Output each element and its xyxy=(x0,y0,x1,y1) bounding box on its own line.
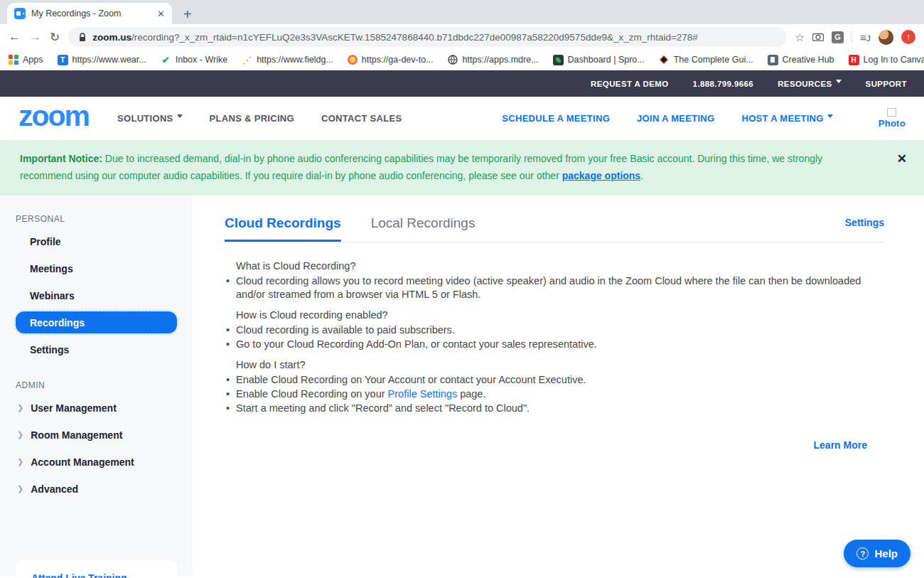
chevron-right-icon: ❯ xyxy=(17,457,23,466)
chrome-profile-avatar[interactable] xyxy=(879,30,893,45)
sidebar: PERSONAL Profile Meetings Webinars Recor… xyxy=(0,196,193,576)
attend-live-training-card[interactable]: Attend Live Training xyxy=(16,560,178,578)
resources-menu[interactable]: RESOURCES xyxy=(778,80,841,88)
zoom-logo[interactable]: zoom xyxy=(18,105,89,128)
chrome-update-menu-icon[interactable]: ↑ xyxy=(901,30,915,44)
sidebar-item-meetings[interactable]: Meetings xyxy=(0,255,193,282)
sidebar-item-settings[interactable]: Settings xyxy=(0,336,193,363)
header-actions: SCHEDULE A MEETING JOIN A MEETING HOST A… xyxy=(502,108,906,129)
zoom-top-bar: REQUEST A DEMO 1.888.799.9666 RESOURCES … xyxy=(0,70,924,97)
learn-more-link[interactable]: Learn More xyxy=(225,439,884,451)
bookmark-item[interactable]: Dashboard | Spro... xyxy=(553,55,645,65)
chevron-right-icon: ❯ xyxy=(17,484,23,493)
reload-icon[interactable]: ↻ xyxy=(50,30,60,45)
recording-settings-link[interactable]: Settings xyxy=(845,217,884,228)
bookmark-item[interactable]: ✔ Inbox - Wrike xyxy=(161,55,227,65)
sidebar-item-user-management[interactable]: ❯User Management xyxy=(0,395,193,422)
bookmark-item[interactable]: Creative Hub xyxy=(768,55,834,65)
browser-tab[interactable]: My Recordings - Zoom ✕ xyxy=(7,3,172,24)
diamond-icon xyxy=(659,55,670,65)
sidebar-item-room-management[interactable]: ❯Room Management xyxy=(0,422,193,449)
bookmark-item[interactable]: https://ga-dev-to... xyxy=(348,55,434,65)
chrome-toolbar-icons: ☆ G ≡ᴊ ↑ xyxy=(795,30,915,45)
sidebar-item-webinars[interactable]: Webinars xyxy=(0,282,193,309)
chevron-down-icon xyxy=(177,114,183,121)
page-body: PERSONAL Profile Meetings Webinars Recor… xyxy=(0,196,924,576)
attend-live-training-link[interactable]: Attend Live Training xyxy=(31,572,127,578)
apps-shortcut[interactable]: Apps xyxy=(9,55,43,65)
bookmarks-bar: Apps T https://www.wear... ✔ Inbox - Wri… xyxy=(0,50,924,70)
bullet-item: Enable Cloud Recording on Your Account o… xyxy=(225,373,879,387)
bookmark-item[interactable]: https://apps.mdre... xyxy=(448,55,539,65)
bullet-item: Cloud recording allows you to record mee… xyxy=(225,274,879,301)
section-heading: How is Cloud recording enabled? xyxy=(236,309,884,322)
gray-doc-icon xyxy=(768,55,778,65)
sidebar-item-account-management[interactable]: ❯Account Management xyxy=(0,449,193,476)
nav-solutions[interactable]: SOLUTIONS xyxy=(117,113,183,124)
tab-close-icon[interactable]: ✕ xyxy=(157,9,165,19)
chevron-right-icon: ❯ xyxy=(17,403,23,412)
notice-banner: Important Notice: Due to increased deman… xyxy=(0,140,924,196)
g-extension-icon[interactable]: G xyxy=(832,31,844,43)
new-tab-button[interactable]: + xyxy=(183,7,192,21)
bullet-item: Go to your Cloud Recording Add-On Plan, … xyxy=(225,338,879,351)
help-button[interactable]: ? Help xyxy=(844,540,910,567)
main-content: Cloud Recordings Local Recordings Settin… xyxy=(193,196,924,576)
sidebar-item-advanced[interactable]: ❯Advanced xyxy=(0,476,193,503)
bookmark-item[interactable]: ⋰ https://www.fieldg... xyxy=(242,55,333,65)
host-meeting-menu[interactable]: HOST A MEETING xyxy=(741,113,832,124)
url-host: zoom.us xyxy=(92,32,131,43)
support-link[interactable]: SUPPORT xyxy=(866,80,907,88)
join-meeting-link[interactable]: JOIN A MEETING xyxy=(637,113,714,124)
tab-title: My Recordings - Zoom xyxy=(31,9,151,18)
url-path: /recording?_x_zm_rtaid=n1cYEFLuQ2e3s3VAs… xyxy=(131,32,698,43)
back-icon[interactable]: ← xyxy=(9,30,21,44)
url-text: zoom.us/recording?_x_zm_rtaid=n1cYEFLuQ2… xyxy=(92,32,698,43)
zoom-favicon-icon xyxy=(14,8,26,19)
bullet-item: Start a meeting and click "Record" and s… xyxy=(225,402,879,415)
camera-extension-icon[interactable] xyxy=(812,32,824,43)
bookmark-item[interactable]: T https://www.wear... xyxy=(58,55,146,65)
bullet-list: Cloud recording allows you to record mee… xyxy=(225,274,884,301)
question-mark-icon: ? xyxy=(856,547,869,560)
tab-cloud-recordings[interactable]: Cloud Recordings xyxy=(225,215,341,242)
address-bar[interactable]: zoom.us/recording?_x_zm_rtaid=n1cYEFLuQ2… xyxy=(68,27,786,47)
chevron-down-icon xyxy=(827,114,833,121)
bookmark-item[interactable]: The Complete Gui... xyxy=(659,55,753,65)
profile-avatar[interactable]: Photo xyxy=(879,108,906,129)
sidebar-item-recordings[interactable]: Recordings xyxy=(0,309,193,336)
bullet-item: Cloud recording is available to paid sub… xyxy=(225,323,879,337)
reading-list-icon[interactable]: ≡ᴊ xyxy=(860,32,871,43)
sprout-icon xyxy=(553,55,564,65)
orange-scribble-icon: ⋰ xyxy=(242,55,252,65)
active-pill: Recordings xyxy=(16,311,177,333)
sidebar-item-profile[interactable]: Profile xyxy=(0,228,193,255)
package-options-link[interactable]: package options xyxy=(562,170,640,181)
green-check-icon: ✔ xyxy=(161,55,171,65)
chevron-right-icon: ❯ xyxy=(17,430,23,439)
nav-plans-pricing[interactable]: PLANS & PRICING xyxy=(210,113,294,124)
bookmark-star-icon[interactable]: ☆ xyxy=(795,32,804,43)
nav-contact-sales[interactable]: CONTACT SALES xyxy=(321,113,402,124)
sidebar-section-personal: PERSONAL xyxy=(0,214,193,224)
schedule-meeting-link[interactable]: SCHEDULE A MEETING xyxy=(502,113,610,124)
canvas-icon: H xyxy=(849,55,859,65)
section-heading: What is Cloud Recording? xyxy=(236,259,884,273)
wrike-t-icon: T xyxy=(58,55,68,65)
browser-tab-strip: My Recordings - Zoom ✕ + xyxy=(0,0,924,24)
screen: My Recordings - Zoom ✕ + ← → ↻ zoom.us/r… xyxy=(0,0,924,578)
chevron-down-icon xyxy=(836,80,842,86)
forward-icon[interactable]: → xyxy=(29,30,41,44)
request-demo-link[interactable]: REQUEST A DEMO xyxy=(591,80,669,88)
recordings-tabs: Cloud Recordings Local Recordings Settin… xyxy=(225,215,884,242)
tab-local-recordings[interactable]: Local Recordings xyxy=(371,215,476,242)
phone-number: 1.888.799.9666 xyxy=(693,80,754,88)
cloud-recording-info: What is Cloud Recording? Cloud recording… xyxy=(225,259,884,451)
notice-close-icon[interactable]: ✕ xyxy=(897,151,907,166)
lock-icon xyxy=(78,33,87,42)
profile-settings-link[interactable]: Profile Settings xyxy=(388,388,458,400)
bullet-list: Cloud recording is available to paid sub… xyxy=(225,323,884,351)
zoom-header: zoom SOLUTIONS PLANS & PRICING CONTACT S… xyxy=(0,97,924,140)
bookmark-item[interactable]: H Log In to Canvas xyxy=(849,55,924,65)
toolbar-divider xyxy=(852,31,852,43)
